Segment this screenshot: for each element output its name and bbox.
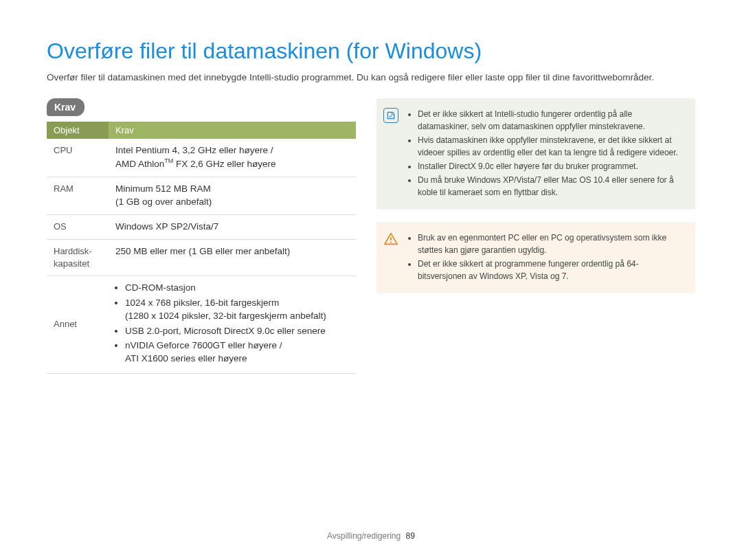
warning-callout: Bruk av en egenmontert PC eller en PC og… — [376, 222, 695, 293]
text: kapasitet — [54, 258, 89, 269]
right-column: Det er ikke sikkert at Intelli-studio fu… — [376, 98, 695, 293]
svg-point-1 — [390, 241, 392, 243]
page-footer: Avspilling/redigering 89 — [0, 531, 742, 541]
text: 1024 x 768 piksler, 16-bit fargeskjerm — [125, 298, 279, 308]
cell-label: RAM — [47, 177, 109, 214]
list-item: USB 2.0-port, Microsoft DirectX 9.0c ell… — [125, 325, 349, 338]
text: Harddisk- — [54, 246, 92, 256]
list-item: Du må bruke Windows XP/Vista/7 eller Mac… — [418, 174, 686, 199]
cell-value: Minimum 512 MB RAM (1 GB og over anbefal… — [109, 177, 356, 214]
intro-text: Overfør filer til datamaskinen med det i… — [47, 71, 695, 85]
cell-label: Harddisk- kapasitet — [47, 239, 109, 276]
text: (1 GB og over anbefalt) — [115, 197, 212, 207]
cell-label: OS — [47, 214, 109, 239]
text: ATI X1600 series eller høyere — [125, 353, 247, 363]
list-item: Bruk av en egenmontert PC eller en PC og… — [418, 232, 686, 256]
warning-icon — [383, 232, 398, 247]
list-item: Det er ikke sikkert at programmene funge… — [418, 258, 686, 282]
cell-value: Intel Pentium 4, 3,2 GHz eller høyere / … — [109, 139, 356, 177]
cell-label: CPU — [47, 139, 109, 177]
page-number: 89 — [406, 531, 415, 541]
note-icon — [383, 108, 398, 123]
table-row: CPU Intel Pentium 4, 3,2 GHz eller høyer… — [47, 139, 356, 177]
table-row: Harddisk- kapasitet 250 MB eller mer (1 … — [47, 239, 356, 276]
cell-label: Annet — [47, 276, 109, 373]
list-item: nVIDIA Geforce 7600GT eller høyere / ATI… — [125, 339, 349, 366]
list-item: Det er ikke sikkert at Intelli-studio fu… — [418, 108, 686, 133]
footer-section: Avspilling/redigering — [327, 531, 401, 541]
list-item: CD-ROM-stasjon — [125, 282, 349, 295]
cell-value: CD-ROM-stasjon 1024 x 768 piksler, 16-bi… — [109, 276, 356, 373]
section-badge-krav: Krav — [47, 98, 85, 116]
left-column: Krav Objekt Krav CPU Intel Pentium 4, 3,… — [47, 98, 356, 374]
cell-value: 250 MB eller mer (1 GB eller mer anbefal… — [109, 239, 356, 276]
table-row: OS Windows XP SP2/Vista/7 — [47, 214, 356, 239]
requirements-table: Objekt Krav CPU Intel Pentium 4, 3,2 GHz… — [47, 122, 356, 374]
text: nVIDIA Geforce 7600GT eller høyere / — [125, 340, 282, 350]
page-title: Overføre filer til datamaskinen (for Win… — [47, 38, 695, 64]
cell-value: Windows XP SP2/Vista/7 — [109, 214, 356, 239]
th-krav: Krav — [109, 122, 356, 139]
list-item: Installer DirectX 9.0c eller høyere før … — [418, 160, 686, 172]
table-row: Annet CD-ROM-stasjon 1024 x 768 piksler,… — [47, 276, 356, 373]
trademark: TM — [164, 157, 173, 164]
text: FX 2,6 GHz eller høyere — [173, 159, 276, 169]
text: Minimum 512 MB RAM — [115, 183, 211, 194]
table-row: RAM Minimum 512 MB RAM (1 GB og over anb… — [47, 177, 356, 214]
th-objekt: Objekt — [47, 122, 109, 139]
text: AMD Athlon — [115, 159, 164, 169]
text: (1280 x 1024 piksler, 32-bit fargeskjerm… — [125, 311, 326, 321]
info-callout: Det er ikke sikkert at Intelli-studio fu… — [376, 98, 695, 210]
list-item: Hvis datamaskinen ikke oppfyller minstek… — [418, 134, 686, 159]
list-item: 1024 x 768 piksler, 16-bit fargeskjerm (… — [125, 297, 349, 323]
text: Intel Pentium 4, 3,2 GHz eller høyere / — [115, 145, 273, 155]
